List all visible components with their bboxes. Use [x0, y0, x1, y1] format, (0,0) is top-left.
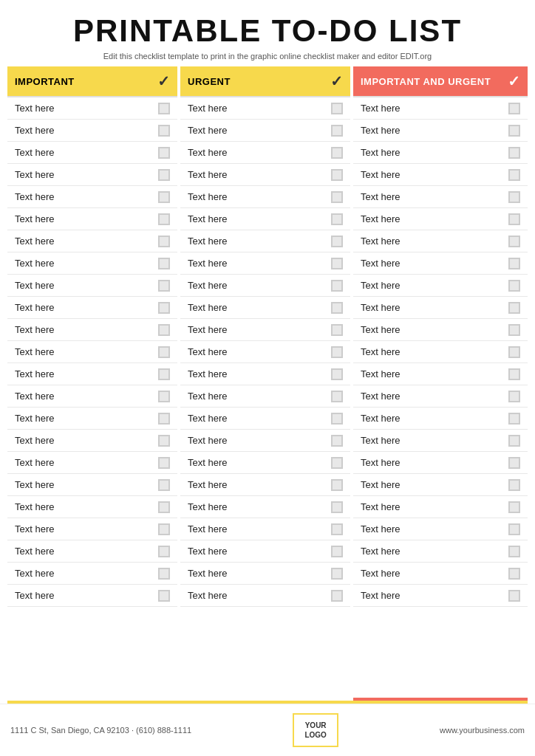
table-row[interactable]: Text here	[353, 452, 528, 474]
table-row[interactable]: Text here	[7, 275, 177, 297]
checkbox[interactable]	[158, 346, 170, 358]
table-row[interactable]: Text here	[7, 230, 177, 252]
checkbox[interactable]	[158, 236, 170, 247]
checkbox[interactable]	[158, 103, 170, 114]
checkbox[interactable]	[331, 368, 343, 380]
checkbox[interactable]	[158, 324, 170, 336]
checkbox[interactable]	[331, 324, 343, 336]
table-row[interactable]: Text here	[7, 341, 177, 363]
checkbox[interactable]	[331, 457, 343, 469]
checkbox[interactable]	[158, 568, 170, 580]
table-row[interactable]: Text here	[180, 563, 350, 585]
table-row[interactable]: Text here	[7, 430, 177, 452]
table-row[interactable]: Text here	[7, 540, 177, 563]
table-row[interactable]: Text here	[7, 142, 177, 164]
checkbox[interactable]	[508, 391, 520, 402]
table-row[interactable]: Text here	[353, 563, 528, 585]
checkbox[interactable]	[158, 280, 170, 292]
table-row[interactable]: Text here	[353, 408, 528, 430]
checkbox[interactable]	[158, 213, 170, 225]
table-row[interactable]: Text here	[180, 142, 350, 164]
checkbox[interactable]	[158, 391, 170, 402]
table-row[interactable]: Text here	[353, 319, 528, 341]
checkbox[interactable]	[331, 147, 343, 159]
table-row[interactable]: Text here	[7, 252, 177, 275]
table-row[interactable]: Text here	[180, 430, 350, 452]
checkbox[interactable]	[331, 568, 343, 580]
checkbox[interactable]	[158, 258, 170, 269]
table-row[interactable]: Text here	[353, 186, 528, 208]
table-row[interactable]: Text here	[7, 518, 177, 540]
checkbox[interactable]	[331, 191, 343, 203]
table-row[interactable]: Text here	[180, 341, 350, 363]
checkbox[interactable]	[158, 147, 170, 159]
checkbox[interactable]	[508, 324, 520, 336]
checkbox[interactable]	[508, 523, 520, 535]
checkbox[interactable]	[508, 413, 520, 425]
checkbox[interactable]	[331, 391, 343, 402]
table-row[interactable]: Text here	[7, 496, 177, 518]
table-row[interactable]: Text here	[353, 164, 528, 186]
table-row[interactable]: Text here	[180, 319, 350, 341]
table-row[interactable]: Text here	[353, 585, 528, 607]
checkbox[interactable]	[508, 479, 520, 491]
table-row[interactable]: Text here	[180, 408, 350, 430]
table-row[interactable]: Text here	[180, 385, 350, 408]
checkbox[interactable]	[158, 302, 170, 314]
checkbox[interactable]	[158, 590, 170, 602]
table-row[interactable]: Text here	[353, 142, 528, 164]
table-row[interactable]: Text here	[7, 208, 177, 230]
table-row[interactable]: Text here	[7, 363, 177, 385]
table-row[interactable]: Text here	[180, 518, 350, 540]
checkbox[interactable]	[331, 280, 343, 292]
table-row[interactable]: Text here	[7, 585, 177, 607]
checkbox[interactable]	[331, 213, 343, 225]
table-row[interactable]: Text here	[7, 408, 177, 430]
checkbox[interactable]	[158, 435, 170, 447]
checkbox[interactable]	[158, 169, 170, 181]
table-row[interactable]: Text here	[7, 186, 177, 208]
checkbox[interactable]	[331, 501, 343, 513]
table-row[interactable]: Text here	[7, 120, 177, 142]
checkbox[interactable]	[331, 479, 343, 491]
table-row[interactable]: Text here	[353, 363, 528, 385]
checkbox[interactable]	[508, 346, 520, 358]
checkbox[interactable]	[331, 523, 343, 535]
table-row[interactable]: Text here	[353, 540, 528, 563]
checkbox[interactable]	[158, 546, 170, 557]
table-row[interactable]: Text here	[180, 540, 350, 563]
checkbox[interactable]	[331, 302, 343, 314]
checkbox[interactable]	[508, 546, 520, 557]
table-row[interactable]: Text here	[7, 297, 177, 319]
table-row[interactable]: Text here	[180, 585, 350, 607]
checkbox[interactable]	[331, 103, 343, 114]
table-row[interactable]: Text here	[180, 363, 350, 385]
table-row[interactable]: Text here	[353, 518, 528, 540]
table-row[interactable]: Text here	[353, 496, 528, 518]
table-row[interactable]: Text here	[180, 474, 350, 496]
checkbox[interactable]	[508, 191, 520, 203]
checkbox[interactable]	[508, 236, 520, 247]
table-row[interactable]: Text here	[180, 275, 350, 297]
table-row[interactable]: Text here	[180, 186, 350, 208]
table-row[interactable]: Text here	[180, 230, 350, 252]
checkbox[interactable]	[158, 523, 170, 535]
table-row[interactable]: Text here	[7, 164, 177, 186]
checkbox[interactable]	[158, 125, 170, 137]
table-row[interactable]: Text here	[353, 474, 528, 496]
table-row[interactable]: Text here	[353, 230, 528, 252]
checkbox[interactable]	[508, 590, 520, 602]
checkbox[interactable]	[508, 302, 520, 314]
checkbox[interactable]	[331, 258, 343, 269]
table-row[interactable]: Text here	[353, 297, 528, 319]
checkbox[interactable]	[331, 413, 343, 425]
table-row[interactable]: Text here	[7, 319, 177, 341]
checkbox[interactable]	[508, 258, 520, 269]
table-row[interactable]: Text here	[353, 252, 528, 275]
checkbox[interactable]	[508, 169, 520, 181]
checkbox[interactable]	[158, 368, 170, 380]
table-row[interactable]: Text here	[180, 297, 350, 319]
table-row[interactable]: Text here	[180, 452, 350, 474]
checkbox[interactable]	[508, 368, 520, 380]
table-row[interactable]: Text here	[180, 208, 350, 230]
